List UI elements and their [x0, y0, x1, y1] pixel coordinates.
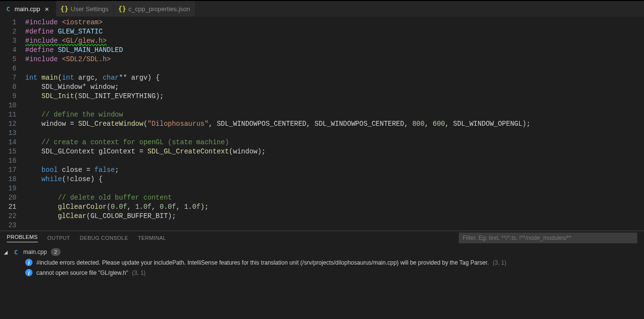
info-icon: i	[25, 259, 32, 266]
line-number: 18	[0, 175, 16, 184]
json-file-icon: {}	[119, 5, 126, 12]
line-number: 9	[0, 92, 16, 101]
line-number-gutter: 1234567891011121314151617181920212223	[0, 17, 25, 231]
code-line[interactable]	[25, 184, 644, 193]
tab-label: c_cpp_properties.json	[129, 5, 190, 13]
line-number: 19	[0, 184, 16, 193]
code-line[interactable]: glClearColor(0.0f, 1.0f, 0.0f, 1.0f);	[25, 202, 644, 212]
tab-label: main.cpp	[15, 5, 40, 13]
line-number: 12	[0, 119, 16, 129]
line-number: 15	[0, 147, 16, 156]
json-file-icon: {}	[61, 5, 68, 12]
problems-file-header[interactable]: ◢ C main.cpp 2	[2, 247, 642, 257]
info-icon: i	[25, 269, 32, 276]
problem-item[interactable]: i cannot open source file "GL/glew.h" (3…	[2, 268, 642, 278]
tab-main-cpp[interactable]: C main.cpp ×	[0, 1, 56, 17]
code-line[interactable]	[25, 129, 644, 138]
line-number: 8	[0, 83, 16, 92]
code-line[interactable]: while(!close) {	[25, 175, 644, 184]
code-content[interactable]: #include <iostream>#define GLEW_STATIC#i…	[25, 17, 644, 231]
code-line[interactable]: SDL_GLContext glContext = SDL_GL_CreateC…	[25, 147, 644, 156]
line-number: 17	[0, 166, 16, 175]
code-line[interactable]: window = SDL_CreateWindow("Dilophosaurus…	[25, 119, 644, 129]
code-line[interactable]: SDL_Init(SDL_INIT_EVERYTHING);	[25, 92, 644, 101]
problem-item[interactable]: i #include errors detected. Please updat…	[2, 257, 642, 268]
bottom-panel: PROBLEMS OUTPUT DEBUG CONSOLE TERMINAL ◢…	[0, 231, 644, 319]
code-line[interactable]: // create a context for openGL (state ma…	[25, 138, 644, 147]
line-number: 3	[0, 36, 16, 46]
code-line[interactable]: glClear(GL_COLOR_BUFFER_BIT);	[25, 212, 644, 221]
tab-c-cpp-properties[interactable]: {} c_cpp_properties.json	[114, 1, 195, 17]
line-number: 4	[0, 46, 16, 55]
line-number: 11	[0, 110, 16, 119]
line-number: 22	[0, 212, 16, 221]
code-line[interactable]	[25, 221, 644, 230]
line-number: 21	[0, 202, 16, 212]
problems-filter-input[interactable]	[459, 233, 637, 243]
line-number: 1	[0, 18, 16, 27]
tab-label: User Settings	[71, 5, 109, 13]
line-number: 7	[0, 73, 16, 83]
code-line[interactable]	[25, 156, 644, 166]
code-line[interactable]: #include <iostream>	[25, 18, 644, 27]
problems-file-name: main.cpp	[23, 249, 47, 255]
chevron-down-icon: ◢	[4, 250, 9, 255]
panel-tab-output[interactable]: OUTPUT	[48, 235, 70, 241]
problem-location: (3, 1)	[132, 269, 145, 276]
problem-message: cannot open source file "GL/glew.h"	[36, 269, 128, 276]
line-number: 23	[0, 221, 16, 230]
panel-tab-problems[interactable]: PROBLEMS	[7, 234, 38, 242]
code-line[interactable]: #include <SDL2/SDL.h>	[25, 55, 644, 64]
code-line[interactable]: #define GLEW_STATIC	[25, 27, 644, 36]
panel-tabs: PROBLEMS OUTPUT DEBUG CONSOLE TERMINAL	[0, 231, 644, 245]
problem-location: (3, 1)	[493, 259, 506, 266]
code-line[interactable]	[25, 101, 644, 110]
problem-message: #include errors detected. Please update …	[36, 259, 489, 266]
panel-tab-debug-console[interactable]: DEBUG CONSOLE	[80, 235, 129, 241]
line-number: 13	[0, 129, 16, 138]
line-number: 6	[0, 64, 16, 73]
code-line[interactable]: // delete old buffer content	[25, 193, 644, 202]
problem-count-badge: 2	[51, 248, 61, 256]
line-number: 14	[0, 138, 16, 147]
line-number: 16	[0, 156, 16, 166]
line-number: 2	[0, 27, 16, 36]
line-number: 10	[0, 101, 16, 110]
close-icon[interactable]: ×	[43, 5, 51, 13]
code-editor[interactable]: 1234567891011121314151617181920212223 #i…	[0, 17, 644, 231]
code-line[interactable]: bool close = false;	[25, 166, 644, 175]
code-line[interactable]: SDL_Window* window;	[25, 83, 644, 92]
cpp-file-icon: C	[5, 5, 12, 12]
panel-tab-terminal[interactable]: TERMINAL	[138, 235, 166, 241]
line-number: 20	[0, 193, 16, 202]
code-line[interactable]: #include <GL/glew.h>	[25, 36, 644, 46]
problems-list: ◢ C main.cpp 2 i #include errors detecte…	[0, 245, 644, 319]
editor-tabs: C main.cpp × {} User Settings {} c_cpp_p…	[0, 1, 644, 17]
code-line[interactable]: #define SDL_MAIN_HANDLED	[25, 46, 644, 55]
code-line[interactable]	[25, 64, 644, 73]
line-number: 5	[0, 55, 16, 64]
cpp-file-icon: C	[13, 249, 19, 255]
tab-user-settings[interactable]: {} User Settings	[56, 1, 114, 17]
code-line[interactable]: int main(int argc, char** argv) {	[25, 73, 644, 83]
code-line[interactable]: // define the window	[25, 110, 644, 119]
